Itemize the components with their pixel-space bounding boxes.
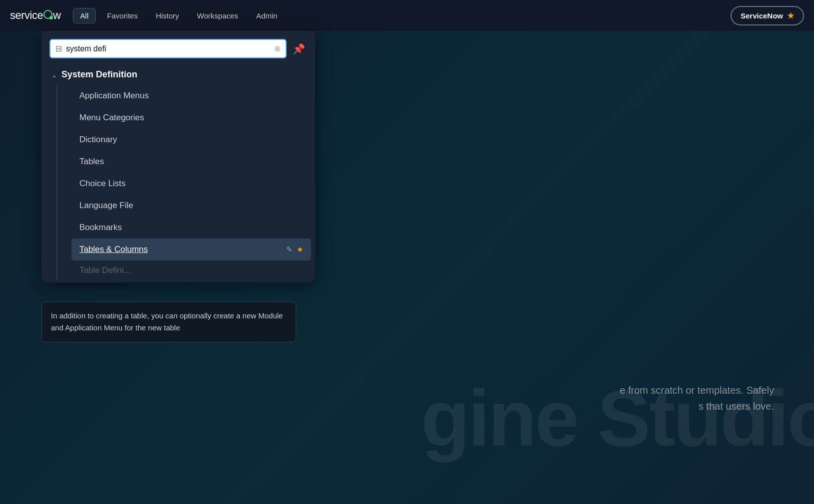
search-input[interactable] <box>66 44 270 53</box>
servicenow-button[interactable]: ServiceNow ★ <box>731 6 804 25</box>
nav-workspaces-button[interactable]: Workspaces <box>190 8 245 23</box>
chevron-down-icon: ⌄ <box>51 71 57 79</box>
menu-item-label: Dictionary <box>79 135 117 145</box>
background-subtitle: e from scratch or templates. Safely s th… <box>620 382 774 414</box>
tooltip: In addition to creating a table, you can… <box>41 301 296 342</box>
logo: servicew <box>10 9 61 22</box>
servicenow-label: ServiceNow <box>741 11 783 20</box>
favorite-icon[interactable]: ☆ <box>297 201 303 210</box>
menu-item-partial-label: Table Defini... <box>79 265 131 275</box>
search-input-wrapper[interactable]: ⊟ ⊗ <box>49 39 287 58</box>
menu-item-table-definition-partial[interactable]: Table Defini... <box>71 260 311 280</box>
menu-item-dictionary[interactable]: Dictionary ✎ ☆ <box>71 129 311 151</box>
edit-icon[interactable]: ✎ <box>286 91 293 100</box>
logo-text: servicew <box>10 9 61 22</box>
servicenow-star-icon: ★ <box>787 11 794 20</box>
top-navigation: servicew All Favorites History Workspace… <box>0 0 814 31</box>
nav-favorites-button[interactable]: Favorites <box>100 8 145 23</box>
menu-items-list: Application Menus ✎ ☆ Menu Categories ✎ … <box>56 85 311 280</box>
search-bar: ⊟ ⊗ 📌 <box>49 39 307 58</box>
background-subtitle-line1: e from scratch or templates. Safely <box>620 382 774 398</box>
edit-icon[interactable]: ✎ <box>286 223 293 232</box>
favorite-star-icon[interactable]: ★ <box>297 245 303 254</box>
nav-all-button[interactable]: All <box>73 8 96 23</box>
menu-section: ⌄ System Definition Application Menus ✎ … <box>41 64 315 280</box>
favorite-icon[interactable]: ☆ <box>297 179 303 188</box>
edit-icon[interactable]: ✎ <box>286 135 293 144</box>
nav-admin-button[interactable]: Admin <box>249 8 285 23</box>
menu-item-menu-categories[interactable]: Menu Categories ✎ ☆ <box>71 107 311 129</box>
menu-item-label: Tables <box>79 157 104 167</box>
menu-item-label: Bookmarks <box>79 223 122 233</box>
section-title: System Definition <box>61 69 137 80</box>
clear-icon[interactable]: ⊗ <box>274 44 281 53</box>
menu-item-choice-lists[interactable]: Choice Lists ✎ ☆ <box>71 173 311 195</box>
favorite-icon[interactable]: ☆ <box>297 135 303 144</box>
favorite-icon[interactable]: ☆ <box>297 223 303 232</box>
favorite-icon[interactable]: ☆ <box>297 157 303 166</box>
favorite-icon[interactable]: ☆ <box>297 91 303 100</box>
menu-item-language-file[interactable]: Language File ✎ ☆ <box>71 195 311 217</box>
background-subtitle-line2: s that users love. <box>620 398 774 414</box>
menu-item-application-menus[interactable]: Application Menus ✎ ☆ <box>71 85 311 107</box>
dropdown-panel: ⊟ ⊗ 📌 ⌄ System Definition Application Me… <box>41 31 315 282</box>
edit-icon[interactable]: ✎ <box>286 113 293 122</box>
edit-icon[interactable]: ✎ <box>286 157 293 166</box>
menu-item-label: Application Menus <box>79 91 149 101</box>
edit-icon[interactable]: ✎ <box>286 179 293 188</box>
section-header[interactable]: ⌄ System Definition <box>45 64 311 85</box>
menu-item-bookmarks[interactable]: Bookmarks ✎ ☆ <box>71 217 311 239</box>
nav-history-button[interactable]: History <box>149 8 186 23</box>
tooltip-text: In addition to creating a table, you can… <box>51 311 283 332</box>
favorite-icon[interactable]: ☆ <box>297 113 303 122</box>
menu-item-label: Tables & Columns <box>79 245 148 254</box>
menu-item-tables-columns[interactable]: Tables & Columns ✎ ★ <box>71 239 311 260</box>
menu-item-label: Menu Categories <box>79 113 144 123</box>
edit-icon[interactable]: ✎ <box>286 245 293 254</box>
menu-item-tables[interactable]: Tables ✎ ☆ <box>71 151 311 173</box>
menu-item-actions: ✎ ★ <box>286 245 303 254</box>
menu-item-label: Choice Lists <box>79 179 126 189</box>
pin-icon[interactable]: 📌 <box>291 41 307 57</box>
menu-item-label: Language File <box>79 201 133 211</box>
filter-icon: ⊟ <box>55 44 62 53</box>
edit-icon[interactable]: ✎ <box>286 201 293 210</box>
